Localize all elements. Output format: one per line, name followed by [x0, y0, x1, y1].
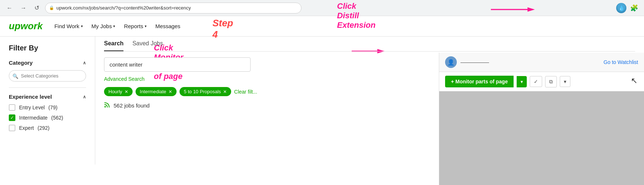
- distill-grey-area: [439, 91, 644, 185]
- intermediate-checkbox[interactable]: ✓: [9, 114, 15, 121]
- back-button[interactable]: ←: [4, 3, 15, 13]
- nav-links: Find Work ▾ My Jobs ▾ Reports ▾ Messages: [54, 23, 180, 29]
- level-expert: Expert (292): [9, 125, 86, 131]
- address-bar[interactable]: 🔒 upwork.com/nx/jobs/search/?q=content%2…: [45, 3, 301, 14]
- entry-label: Entry Level: [19, 105, 45, 110]
- hourly-chip-remove[interactable]: ✕: [125, 89, 128, 94]
- lock-icon: 🔒: [49, 5, 54, 10]
- go-watchlist-link[interactable]: Go to Watchlist: [604, 59, 638, 65]
- sidebar-divider: [9, 87, 86, 88]
- filter-title: Filter By: [9, 44, 86, 52]
- intermediate-label: Intermediate: [19, 115, 48, 121]
- hourly-chip: Hourly ✕: [104, 87, 133, 96]
- puzzle-extension-button[interactable]: 🧩: [629, 3, 640, 14]
- experience-header: Experience level ∧: [9, 94, 86, 100]
- upwork-nav: upwork Find Work ▾ My Jobs ▾ Reports ▾ M…: [0, 16, 644, 37]
- find-work-chevron: ▾: [81, 24, 83, 28]
- distill-user-name: ——————: [460, 60, 600, 65]
- monitor-dropdown-button[interactable]: ▾: [517, 76, 527, 87]
- intermediate-chip-label: Intermediate: [140, 89, 166, 94]
- hourly-chip-label: Hourly: [108, 89, 122, 94]
- sidebar: Filter By Category ∧ 🔍 Experience level …: [0, 37, 95, 165]
- reports-chevron: ▾: [145, 24, 147, 28]
- expert-checkbox[interactable]: [9, 125, 15, 131]
- clear-filters-link[interactable]: Clear filt...: [234, 89, 257, 95]
- main-layout: Filter By Category ∧ 🔍 Experience level …: [0, 37, 644, 165]
- entry-checkbox[interactable]: [9, 104, 15, 111]
- category-chevron[interactable]: ∧: [83, 60, 86, 65]
- distill-user-icon: 👤: [445, 56, 457, 68]
- distill-header: 👤 —————— Go to Watchlist: [439, 53, 644, 72]
- category-search-input[interactable]: [9, 70, 86, 82]
- intermediate-chip-remove[interactable]: ✕: [169, 89, 172, 94]
- upwork-logo: upwork: [9, 20, 42, 32]
- more-options-button[interactable]: ▾: [560, 76, 570, 87]
- level-entry: Entry Level (79): [9, 104, 86, 111]
- job-search-input[interactable]: [104, 57, 251, 72]
- checkmark-button[interactable]: ✓: [530, 76, 542, 87]
- tab-search[interactable]: Search: [104, 40, 123, 51]
- proposals-chip: 5 to 10 Proposals ✕: [179, 87, 231, 96]
- monitor-parts-button[interactable]: + Monitor parts of page: [445, 76, 514, 87]
- browser-chrome: ← → ↺ 🔒 upwork.com/nx/jobs/search/?q=con…: [0, 0, 644, 16]
- level-intermediate: ✓ Intermediate (562): [9, 114, 86, 121]
- messages-nav[interactable]: Messages: [155, 23, 180, 29]
- expert-count: (292): [37, 125, 49, 131]
- url-text: upwork.com/nx/jobs/search/?q=content%20w…: [56, 5, 191, 11]
- distill-toolbar: + Monitor parts of page ▾ ✓ ⧉ ▾: [439, 72, 644, 91]
- mouse-cursor: ↖: [631, 76, 637, 86]
- tab-saved-jobs[interactable]: Saved Jobs: [132, 40, 163, 51]
- category-label: Category: [9, 60, 33, 66]
- experience-section: Experience level ∧ Entry Level (79) ✓ In…: [9, 94, 86, 131]
- intermediate-count: (562): [51, 115, 63, 121]
- jobs-found-text: 562 jobs found: [114, 102, 149, 109]
- category-section: Category ∧ 🔍: [9, 60, 86, 82]
- rss-icon: [104, 101, 111, 110]
- my-jobs-nav[interactable]: My Jobs ▾: [92, 23, 115, 29]
- proposals-chip-remove[interactable]: ✕: [223, 89, 227, 94]
- category-input-wrap: 🔍: [9, 70, 86, 82]
- distill-panel: 👤 —————— Go to Watchlist + Monitor parts…: [439, 53, 644, 185]
- refresh-button[interactable]: ↺: [32, 3, 41, 13]
- entry-count: (79): [48, 105, 58, 110]
- extensions-area: 💧 🧩: [616, 3, 640, 14]
- external-link-button[interactable]: ⧉: [545, 76, 557, 87]
- expert-label: Expert: [19, 125, 34, 131]
- experience-label: Experience level: [9, 94, 52, 100]
- content-tabs: Search Saved Jobs: [104, 37, 635, 52]
- rss-svg: [104, 101, 111, 108]
- proposals-chip-label: 5 to 10 Proposals: [184, 89, 221, 94]
- find-work-nav[interactable]: Find Work ▾: [54, 23, 82, 29]
- distill-extension-icon[interactable]: 💧: [616, 3, 626, 13]
- intermediate-chip: Intermediate ✕: [136, 87, 177, 96]
- category-header: Category ∧: [9, 60, 86, 66]
- reports-nav[interactable]: Reports ▾: [124, 23, 147, 29]
- my-jobs-chevron: ▾: [113, 24, 115, 28]
- category-search-icon: 🔍: [12, 73, 18, 79]
- forward-button[interactable]: →: [18, 3, 29, 13]
- experience-chevron[interactable]: ∧: [83, 94, 86, 99]
- svg-point-4: [104, 106, 106, 107]
